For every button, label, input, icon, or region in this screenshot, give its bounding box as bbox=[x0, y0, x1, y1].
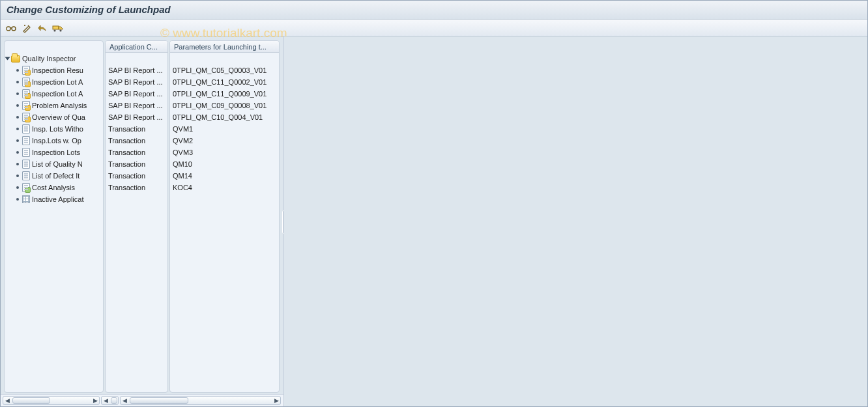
svg-point-1 bbox=[53, 29, 55, 31]
hscroll-parameters[interactable]: ◀ ▶ bbox=[120, 396, 281, 405]
report-icon bbox=[22, 113, 30, 122]
table-cell-application[interactable]: SAP BI Report ... bbox=[106, 88, 167, 100]
tb-transport-icon[interactable] bbox=[52, 22, 64, 34]
leaf-bullet-icon bbox=[16, 116, 19, 119]
page-title: Change Customizing of Launchpad bbox=[0, 0, 868, 20]
tb-revert-icon[interactable] bbox=[36, 22, 48, 34]
tree-leaf[interactable]: Overview of Qua bbox=[5, 111, 103, 123]
leaf-bullet-icon bbox=[16, 163, 19, 165]
table-cell-application[interactable]: Transaction bbox=[106, 147, 167, 158]
scroll-thumb[interactable] bbox=[130, 397, 188, 404]
table-cell-application[interactable]: SAP BI Report ... bbox=[106, 76, 167, 88]
table-cell-application[interactable]: SAP BI Report ... bbox=[106, 111, 167, 123]
col-tree-body: Quality InspectorInspection ResuInspecti… bbox=[5, 53, 103, 392]
tree-leaf[interactable]: Inspection Lot A bbox=[5, 88, 103, 100]
hscroll-tree[interactable]: ◀ ▶ bbox=[3, 396, 100, 405]
table-cell-parameter[interactable]: 0TPLI_QM_C05_Q0003_V01 bbox=[170, 64, 279, 76]
col-application-body: SAP BI Report ...SAP BI Report ...SAP BI… bbox=[106, 53, 167, 392]
tree-leaf[interactable]: List of Quality N bbox=[5, 158, 103, 170]
inactive-folder-icon bbox=[22, 195, 30, 203]
col-parameters-header[interactable]: Parameters for Launching t... bbox=[170, 41, 279, 53]
tree-leaf-label: List of Defect It bbox=[32, 172, 80, 180]
scroll-right-icon[interactable]: ▶ bbox=[272, 397, 280, 404]
svg-point-2 bbox=[59, 29, 61, 31]
table-cell-application[interactable]: Transaction bbox=[106, 158, 167, 170]
table-cell-application[interactable]: Transaction bbox=[106, 170, 167, 182]
transaction-icon bbox=[22, 171, 30, 180]
tree-leaf[interactable]: Inspection Lot A bbox=[5, 76, 103, 88]
col-application-header-text: Application C... bbox=[109, 43, 158, 51]
tree-leaf[interactable]: Inspection Resu bbox=[5, 64, 103, 76]
table-cell-parameter[interactable]: 0TPLI_QM_C11_Q0009_V01 bbox=[170, 88, 279, 100]
tree-leaf[interactable]: Inspection Lots bbox=[5, 147, 103, 158]
application-toolbar bbox=[0, 20, 868, 36]
table-cell-application[interactable]: SAP BI Report ... bbox=[106, 64, 167, 76]
col-parameters-body: 0TPLI_QM_C05_Q0003_V010TPLI_QM_C11_Q0002… bbox=[170, 53, 279, 392]
col-application-header[interactable]: Application C... bbox=[106, 41, 167, 53]
tree-leaf[interactable]: Cost Analysis bbox=[5, 182, 103, 193]
scroll-right-icon[interactable]: ▶ bbox=[91, 397, 99, 404]
scroll-thumb[interactable] bbox=[12, 397, 50, 404]
tree-columns: Quality InspectorInspection ResuInspecti… bbox=[0, 36, 283, 394]
tree-leaf-label: Overview of Qua bbox=[32, 113, 85, 121]
leaf-bullet-icon bbox=[16, 69, 19, 72]
scroll-left-icon[interactable]: ◀ bbox=[121, 397, 128, 404]
leaf-bullet-icon bbox=[16, 175, 19, 177]
expand-collapse-icon[interactable] bbox=[5, 57, 10, 61]
transaction-icon bbox=[22, 160, 30, 169]
table-cell-application[interactable]: Transaction bbox=[106, 135, 167, 147]
tb-glasses-icon[interactable] bbox=[5, 22, 17, 34]
hscroll-area: ◀ ▶ ◀ ▶ ◀ ▶ bbox=[0, 394, 283, 407]
tree-leaf-label: Insp.Lots w. Op bbox=[32, 137, 81, 145]
tree-leaf-label: Inspection Lot A bbox=[32, 90, 83, 98]
tree-leaf[interactable]: Insp.Lots w. Op bbox=[5, 135, 103, 147]
tree-leaf[interactable]: Problem Analysis bbox=[5, 100, 103, 111]
table-cell-application[interactable]: SAP BI Report ... bbox=[106, 100, 167, 111]
cost-analysis-icon bbox=[22, 183, 30, 192]
table-cell bbox=[170, 53, 279, 64]
col-parameters: Parameters for Launching t... 0TPLI_QM_C… bbox=[169, 40, 280, 393]
table-cell-parameter[interactable]: QM14 bbox=[170, 170, 279, 182]
main-area: Quality InspectorInspection ResuInspecti… bbox=[0, 36, 868, 407]
leaf-bullet-icon bbox=[16, 186, 19, 189]
table-cell-application[interactable] bbox=[106, 193, 167, 205]
col-application: Application C... SAP BI Report ...SAP BI… bbox=[105, 40, 168, 393]
tree-leaf-label: List of Quality N bbox=[32, 160, 83, 168]
tb-magic-icon[interactable] bbox=[21, 22, 33, 34]
table-cell-parameter[interactable]: KOC4 bbox=[170, 182, 279, 193]
table-cell-parameter[interactable]: QVM2 bbox=[170, 135, 279, 147]
tree-leaf[interactable]: Insp. Lots Witho bbox=[5, 123, 103, 135]
table-cell bbox=[106, 53, 167, 64]
table-cell-parameter[interactable]: QVM3 bbox=[170, 147, 279, 158]
transaction-icon bbox=[22, 136, 30, 145]
scroll-left-icon[interactable]: ◀ bbox=[102, 397, 109, 404]
tree-root[interactable]: Quality Inspector bbox=[5, 53, 103, 64]
tree-leaf[interactable]: Inactive Applicat bbox=[5, 193, 103, 205]
leaf-bullet-icon bbox=[16, 198, 19, 201]
scroll-thumb[interactable] bbox=[111, 397, 117, 404]
scroll-left-icon[interactable]: ◀ bbox=[3, 397, 11, 404]
col-parameters-header-text: Parameters for Launching t... bbox=[174, 43, 267, 51]
table-cell-parameter[interactable]: 0TPLI_QM_C09_Q0008_V01 bbox=[170, 100, 279, 111]
tree-leaf[interactable]: List of Defect It bbox=[5, 170, 103, 182]
table-cell-parameter[interactable]: 0TPLI_QM_C10_Q004_V01 bbox=[170, 111, 279, 123]
tree-panel: Quality InspectorInspection ResuInspecti… bbox=[0, 36, 284, 407]
transaction-icon bbox=[22, 148, 30, 157]
svg-rect-0 bbox=[53, 26, 59, 29]
table-cell-application[interactable]: Transaction bbox=[106, 123, 167, 135]
table-cell-application[interactable]: Transaction bbox=[106, 182, 167, 193]
tree-leaf-label: Inspection Lot A bbox=[32, 78, 83, 86]
report-icon bbox=[22, 89, 30, 98]
leaf-bullet-icon bbox=[16, 128, 19, 130]
tree-leaf-label: Inspection Resu bbox=[32, 66, 83, 74]
table-cell-parameter[interactable] bbox=[170, 193, 279, 205]
transaction-icon bbox=[22, 124, 30, 133]
table-cell-parameter[interactable]: QVM1 bbox=[170, 123, 279, 135]
tree-leaf-label: Cost Analysis bbox=[32, 184, 75, 191]
table-cell-parameter[interactable]: QM10 bbox=[170, 158, 279, 170]
table-cell-parameter[interactable]: 0TPLI_QM_C11_Q0002_V01 bbox=[170, 76, 279, 88]
col-tree-header[interactable] bbox=[5, 41, 103, 53]
leaf-bullet-icon bbox=[16, 139, 19, 142]
tree-leaf-label: Insp. Lots Witho bbox=[32, 125, 83, 133]
hscroll-application[interactable]: ◀ ▶ bbox=[101, 396, 119, 405]
